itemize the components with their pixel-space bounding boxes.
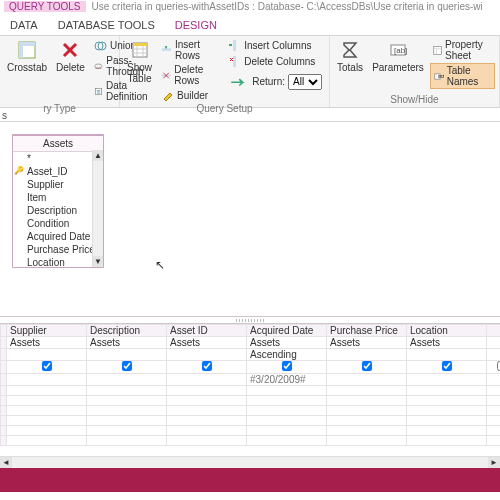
- ribbon: Crosstab Delete Union Pass-Through Data …: [0, 36, 500, 108]
- sort-row: Ascending: [1, 349, 501, 361]
- scroll-left[interactable]: ◄: [0, 457, 12, 468]
- property-sheet-button[interactable]: Property Sheet: [430, 38, 495, 62]
- insert-columns-button[interactable]: Insert Columns: [225, 38, 325, 53]
- svg-text:[ab]: [ab]: [394, 46, 407, 55]
- delete-rows-button[interactable]: Delete Rows: [158, 63, 222, 87]
- field-row: Supplier Description Asset ID Acquired D…: [1, 325, 501, 337]
- svg-rect-15: [434, 46, 442, 54]
- crosstab-button[interactable]: Crosstab: [4, 38, 50, 75]
- qbe-grid[interactable]: Supplier Description Asset ID Acquired D…: [0, 324, 500, 446]
- group-show-hide: Show/Hide: [334, 94, 495, 107]
- field-purchase-price[interactable]: Purchase Price: [13, 243, 103, 256]
- field-item[interactable]: Item: [13, 191, 103, 204]
- return-row: Return: All: [225, 70, 325, 93]
- svg-text:xvz: xvz: [438, 73, 444, 78]
- footer-bar: [0, 468, 500, 492]
- cursor-icon: ↖: [155, 258, 165, 272]
- horizontal-scrollbar[interactable]: ◄ ►: [0, 456, 500, 468]
- scroll-down[interactable]: ▼: [93, 256, 103, 267]
- qbe-grid-area: Supplier Description Asset ID Acquired D…: [0, 324, 500, 468]
- delete-button[interactable]: Delete: [53, 38, 88, 75]
- insert-rows-button[interactable]: Insert Rows: [158, 38, 222, 62]
- svg-point-5: [95, 63, 102, 67]
- group-query-setup: Query Setup: [124, 103, 325, 116]
- show-check[interactable]: [497, 361, 501, 371]
- return-select[interactable]: All: [288, 74, 322, 90]
- criteria-row: #3/20/2009#: [1, 374, 501, 386]
- scroll-up[interactable]: ▲: [93, 150, 103, 161]
- field-acquired-date[interactable]: Acquired Date: [13, 230, 103, 243]
- table-scrollbar[interactable]: ▲ ▼: [92, 150, 103, 267]
- show-check[interactable]: [362, 361, 372, 371]
- field-location[interactable]: Location: [13, 256, 103, 267]
- design-surface[interactable]: Assets * Asset_ID Supplier Item Descript…: [0, 122, 500, 316]
- svg-rect-9: [162, 48, 171, 51]
- delete-columns-button[interactable]: Delete Columns: [225, 54, 325, 69]
- field-supplier[interactable]: Supplier: [13, 178, 103, 191]
- svg-rect-2: [19, 42, 23, 58]
- svg-rect-11: [233, 40, 236, 51]
- table-names-button[interactable]: xvzTable Names: [430, 63, 495, 89]
- show-check[interactable]: [122, 361, 132, 371]
- field-asset-id[interactable]: Asset_ID: [13, 165, 103, 178]
- show-check[interactable]: [282, 361, 292, 371]
- tab-design[interactable]: DESIGN: [165, 16, 227, 35]
- field-star[interactable]: *: [13, 152, 103, 165]
- tab-database-tools[interactable]: DATABASE TOOLS: [48, 16, 165, 35]
- table-title: Assets: [13, 136, 103, 152]
- builder-button[interactable]: Builder: [158, 88, 222, 103]
- parameters-button[interactable]: [ab] Parameters: [369, 38, 427, 75]
- window-title: Use criteria in queries-withAssetIDs : D…: [92, 1, 483, 12]
- svg-rect-8: [133, 43, 147, 46]
- group-query-type: ry Type: [4, 103, 115, 116]
- contextual-tab-label: QUERY TOOLS: [4, 1, 86, 12]
- svg-rect-12: [233, 56, 236, 67]
- field-condition[interactable]: Condition: [13, 217, 103, 230]
- show-check[interactable]: [442, 361, 452, 371]
- splitter[interactable]: [0, 316, 500, 324]
- table-assets[interactable]: Assets * Asset_ID Supplier Item Descript…: [12, 134, 104, 268]
- return-icon: [228, 71, 249, 92]
- show-table-button[interactable]: Show Table: [124, 38, 155, 86]
- field-description[interactable]: Description: [13, 204, 103, 217]
- show-row: [1, 361, 501, 374]
- totals-button[interactable]: Totals: [334, 38, 366, 75]
- scroll-right[interactable]: ►: [488, 457, 500, 468]
- table-row: Assets Assets Assets Assets Assets Asset…: [1, 337, 501, 349]
- tab-data[interactable]: DATA: [0, 16, 48, 35]
- show-check[interactable]: [202, 361, 212, 371]
- ribbon-tabs: DATA DATABASE TOOLS DESIGN: [0, 12, 500, 36]
- field-list: * Asset_ID Supplier Item Description Con…: [13, 152, 103, 267]
- show-check[interactable]: [42, 361, 52, 371]
- scroll-track[interactable]: [12, 457, 488, 468]
